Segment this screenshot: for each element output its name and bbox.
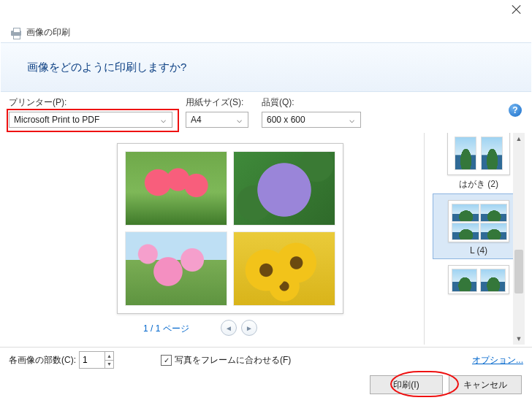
copies-up-button[interactable]: ▲ <box>105 352 113 361</box>
layout-item-l-4[interactable]: L (4) <box>433 193 525 259</box>
preview-image-3 <box>125 231 227 306</box>
layout-list: はがき (2) L (4) ▲ ▼ <box>433 133 525 345</box>
preview-image-2 <box>233 151 335 226</box>
quality-label: 品質(Q): <box>262 96 361 109</box>
bottom-options-row: 各画像の部数(C): ▲ ▼ ✓ 写真をフレームに合わせる(F) オプション..… <box>9 350 523 369</box>
help-icon[interactable]: ? <box>509 104 522 117</box>
quality-select[interactable]: 600 x 600 ⌵ <box>262 112 361 128</box>
horizontal-separator <box>0 347 532 348</box>
chevron-down-icon: ⌵ <box>233 115 245 125</box>
layout-item-hagaki-2[interactable]: はがき (2) <box>433 133 525 193</box>
print-button[interactable]: 印刷(I) <box>370 375 443 394</box>
cancel-button[interactable]: キャンセル <box>449 375 522 394</box>
vertical-separator <box>424 133 425 345</box>
quality-value: 600 x 600 <box>267 115 305 125</box>
printer-label: プリンター(P): <box>9 96 172 109</box>
layout-label: L (4) <box>436 245 521 256</box>
fit-frame-label: 写真をフレームに合わせる(F) <box>175 354 291 366</box>
header-question: 画像をどのように印刷しますか? <box>27 61 186 74</box>
header-band: 画像をどのように印刷しますか? <box>1 42 531 92</box>
printer-icon <box>10 27 22 39</box>
layout-thumb <box>448 200 509 242</box>
paper-size-value: A4 <box>191 115 202 125</box>
main-area: 1 / 1 ページ ◄ ► はがき (2) L (4) <box>0 133 532 345</box>
page-indicator: 1 / 1 ページ <box>143 323 189 335</box>
layout-item-next[interactable] <box>433 259 525 300</box>
layout-label: はがき (2) <box>436 178 522 191</box>
dialog-title: 画像の印刷 <box>26 26 70 39</box>
copies-input[interactable] <box>80 352 104 368</box>
copies-label: 各画像の部数(C): <box>9 354 76 366</box>
copies-down-button[interactable]: ▼ <box>105 361 113 369</box>
print-controls: プリンター(P): Microsoft Print to PDF ⌵ 用紙サイズ… <box>9 96 361 128</box>
printer-select-value: Microsoft Print to PDF <box>14 115 99 125</box>
scroll-down-button[interactable]: ▼ <box>513 333 525 345</box>
scroll-up-button[interactable]: ▲ <box>513 133 525 145</box>
preview-image-1 <box>125 151 227 226</box>
prev-page-button[interactable]: ◄ <box>221 320 237 336</box>
close-icon[interactable] <box>512 4 522 15</box>
layout-thumb <box>447 133 510 175</box>
print-preview <box>117 143 343 314</box>
fit-frame-checkbox[interactable]: ✓ <box>161 355 172 366</box>
next-page-button[interactable]: ► <box>241 320 257 336</box>
chevron-down-icon: ⌵ <box>157 115 169 125</box>
printer-select[interactable]: Microsoft Print to PDF ⌵ <box>9 112 172 128</box>
chevron-down-icon: ⌵ <box>346 115 357 125</box>
paper-size-select[interactable]: A4 ⌵ <box>186 112 248 128</box>
layout-scrollbar[interactable]: ▲ ▼ <box>513 133 525 345</box>
copies-stepper[interactable]: ▲ ▼ <box>79 351 114 369</box>
scrollbar-thumb[interactable] <box>514 250 523 293</box>
dialog-title-row: 画像の印刷 <box>10 26 70 39</box>
dialog-actions: 印刷(I) キャンセル <box>370 375 522 394</box>
options-link[interactable]: オプション... <box>472 354 523 366</box>
layout-thumb <box>448 265 509 294</box>
preview-image-4 <box>233 231 335 306</box>
paper-size-label: 用紙サイズ(S): <box>186 96 248 109</box>
